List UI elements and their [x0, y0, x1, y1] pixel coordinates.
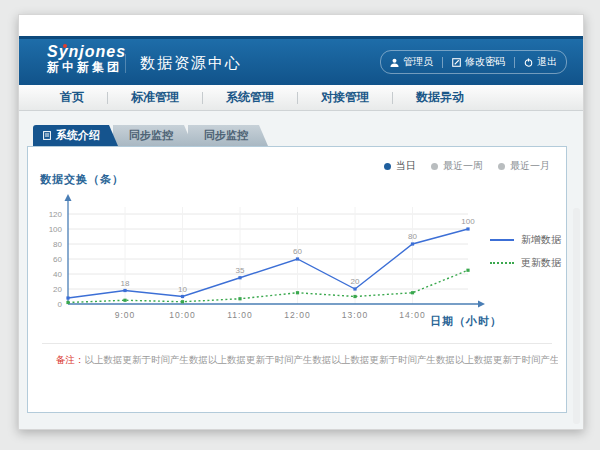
- user-icon: [390, 58, 399, 67]
- radio-dot-icon: [384, 163, 391, 170]
- nav-item-interface-mgmt[interactable]: 对接管理: [298, 89, 392, 106]
- page-title: 数据资源中心: [125, 54, 242, 73]
- time-range-filter: 当日 最近一周 最近一月: [384, 159, 550, 173]
- logo-red-dot-icon: [63, 44, 67, 48]
- svg-text:120: 120: [49, 210, 63, 219]
- edit-icon: [452, 58, 461, 67]
- legend-item-new-data[interactable]: 新增数据: [490, 233, 561, 247]
- radio-last-month[interactable]: 最近一月: [498, 159, 550, 173]
- tab-sync-monitor-1[interactable]: 同步监控: [113, 125, 193, 146]
- chart-panel: 当日 最近一周 最近一月 数据交换（条） 0204060801001209:00…: [27, 146, 567, 413]
- radio-label: 当日: [396, 159, 416, 173]
- nav-item-home[interactable]: 首页: [37, 89, 107, 106]
- power-icon: [524, 58, 533, 67]
- chart-legend: 新增数据 更新数据: [490, 233, 561, 270]
- svg-text:80: 80: [53, 240, 62, 249]
- svg-text:20: 20: [53, 285, 62, 294]
- radio-last-week[interactable]: 最近一周: [431, 159, 483, 173]
- svg-text:9:00: 9:00: [115, 310, 136, 320]
- svg-text:13:00: 13:00: [342, 310, 368, 320]
- nav-item-standard-mgmt[interactable]: 标准管理: [108, 89, 202, 106]
- svg-text:0: 0: [58, 300, 63, 309]
- app-header: Synjones 新中新集团 数据资源中心 管理员 修改密码 退出: [19, 36, 583, 85]
- tab-label: 系统介绍: [56, 125, 100, 146]
- svg-text:40: 40: [53, 270, 62, 279]
- change-password-button[interactable]: 修改密码: [443, 55, 514, 69]
- tab-sync-monitor-2[interactable]: 同步监控: [188, 125, 268, 146]
- svg-text:12:00: 12:00: [284, 310, 310, 320]
- main-nav: 首页 标准管理 系统管理 对接管理 数据异动: [19, 85, 583, 111]
- y-axis-title: 数据交换（条）: [40, 172, 124, 187]
- svg-text:20: 20: [351, 277, 360, 286]
- company-logo: Synjones 新中新集团: [47, 43, 126, 74]
- note-text: 以上数据更新于时间产生数据以上数据更新于时间产生数据以上数据更新于时间产生数据以…: [85, 354, 559, 365]
- app-window: Synjones 新中新集团 数据资源中心 管理员 修改密码 退出 首页: [18, 14, 584, 430]
- radio-label: 最近一周: [443, 159, 483, 173]
- svg-text:14:00: 14:00: [399, 310, 425, 320]
- svg-text:100: 100: [49, 225, 63, 234]
- svg-text:35: 35: [236, 266, 245, 275]
- nav-item-system-mgmt[interactable]: 系统管理: [203, 89, 297, 106]
- legend-item-updated-data[interactable]: 更新数据: [490, 256, 561, 270]
- window-top-strip: [19, 15, 583, 36]
- nav-item-data-change[interactable]: 数据异动: [393, 89, 487, 106]
- x-axis-title: 日期（小时）: [430, 314, 502, 329]
- panel-divider: [42, 343, 552, 344]
- document-icon: [43, 131, 51, 140]
- radio-dot-icon: [431, 163, 438, 170]
- svg-text:60: 60: [53, 255, 62, 264]
- svg-text:80: 80: [408, 232, 417, 241]
- logo-text-cn: 新中新集团: [47, 61, 126, 74]
- tab-bar: 系统介绍 同步监控 同步监控: [33, 125, 268, 146]
- svg-text:10:00: 10:00: [169, 310, 195, 320]
- admin-user-button[interactable]: 管理员: [381, 55, 442, 69]
- legend-line-solid-icon: [490, 239, 514, 241]
- svg-text:100: 100: [461, 217, 475, 226]
- legend-label: 更新数据: [521, 256, 561, 270]
- radio-dot-icon: [498, 163, 505, 170]
- note-prefix: 备注：: [56, 354, 85, 365]
- svg-text:11:00: 11:00: [227, 310, 253, 320]
- svg-text:18: 18: [121, 279, 130, 288]
- logo-text-en: Synjones: [47, 43, 126, 61]
- tab-label: 同步监控: [129, 129, 173, 141]
- svg-text:60: 60: [293, 247, 302, 256]
- vertical-scrollbar[interactable]: [573, 208, 580, 424]
- logout-button[interactable]: 退出: [515, 55, 566, 69]
- tab-system-intro[interactable]: 系统介绍: [33, 125, 118, 146]
- radio-label: 最近一月: [510, 159, 550, 173]
- user-controls: 管理员 修改密码 退出: [380, 50, 567, 74]
- admin-user-label: 管理员: [403, 55, 433, 69]
- legend-label: 新增数据: [521, 233, 561, 247]
- logout-label: 退出: [537, 55, 557, 69]
- footer-note: 备注：以上数据更新于时间产生数据以上数据更新于时间产生数据以上数据更新于时间产生…: [56, 354, 558, 367]
- tab-label: 同步监控: [204, 129, 248, 141]
- content-area: 系统介绍 同步监控 同步监控 当日 最近一周: [19, 111, 583, 429]
- legend-line-dotted-icon: [490, 262, 514, 264]
- change-password-label: 修改密码: [465, 55, 505, 69]
- svg-text:10: 10: [178, 285, 187, 294]
- radio-today[interactable]: 当日: [384, 159, 416, 173]
